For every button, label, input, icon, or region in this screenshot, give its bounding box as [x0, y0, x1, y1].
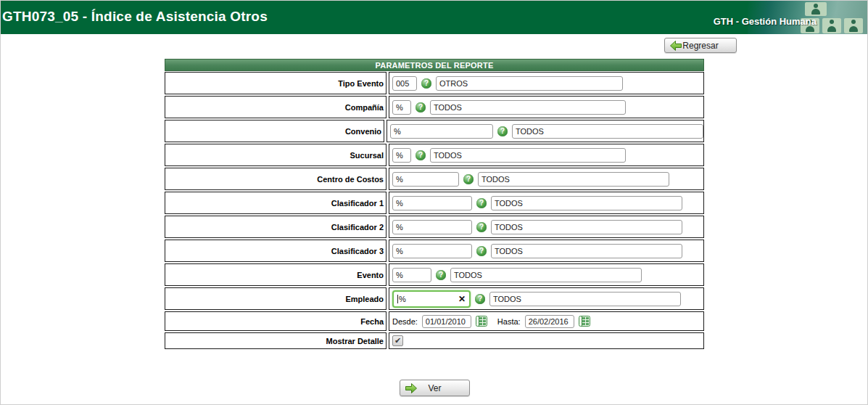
clasificador3-desc-input[interactable]	[491, 244, 682, 258]
app-window: GTH073_05 - Índice de Asistencia Otros G…	[0, 0, 868, 405]
evento-label: Evento	[165, 263, 387, 286]
convenio-fields	[387, 120, 704, 142]
regresar-button[interactable]: Regresar	[664, 38, 737, 53]
row-tipo-evento: Tipo Evento	[165, 72, 704, 94]
convenio-desc-input[interactable]	[512, 124, 703, 139]
help-icon[interactable]	[476, 222, 487, 232]
row-convenio: Convenio	[165, 120, 704, 142]
header-bar: GTH073_05 - Índice de Asistencia Otros G…	[1, 1, 867, 34]
help-icon[interactable]	[463, 174, 474, 184]
sucursal-desc-input[interactable]	[430, 148, 626, 163]
ver-label: Ver	[428, 383, 441, 393]
clasificador2-fields	[389, 216, 704, 238]
hasta-label: Hasta:	[497, 317, 521, 326]
sucursal-code-input[interactable]	[392, 148, 411, 163]
row-sucursal: Sucursal	[165, 144, 704, 166]
desde-label: Desde:	[392, 317, 418, 326]
help-icon[interactable]	[436, 270, 446, 280]
sucursal-label: Sucursal	[165, 144, 387, 166]
evento-fields	[389, 263, 704, 286]
compania-label: Compañía	[165, 96, 387, 118]
row-clasificador-1: Clasificador 1	[165, 192, 704, 214]
tipo-evento-label: Tipo Evento	[165, 72, 387, 94]
convenio-code-input[interactable]	[390, 124, 493, 139]
brand-label: GTH - Gestión Humana	[714, 16, 817, 27]
person-icon	[844, 18, 863, 33]
person-icon	[822, 18, 841, 33]
row-empleado: Empleado %	[165, 287, 704, 310]
help-icon[interactable]	[476, 246, 487, 256]
clasificador1-code-input[interactable]	[392, 196, 472, 210]
sucursal-fields	[389, 144, 704, 166]
mostrar-detalle-label: Mostrar Detalle	[165, 332, 387, 349]
fecha-label: Fecha	[165, 311, 387, 331]
clear-icon[interactable]	[458, 295, 466, 303]
calendar-icon[interactable]	[579, 316, 590, 327]
fecha-fields: Desde: Hasta:	[389, 311, 704, 331]
evento-code-input[interactable]	[392, 268, 431, 282]
clasificador2-code-input[interactable]	[392, 220, 472, 234]
help-icon[interactable]	[475, 294, 485, 304]
mostrar-detalle-checkbox[interactable]	[392, 335, 403, 346]
page-title: GTH073_05 - Índice de Asistencia Otros	[2, 9, 268, 25]
clasificador1-label: Clasificador 1	[165, 192, 387, 214]
clasificador3-code-input[interactable]	[392, 244, 472, 258]
regresar-label: Regresar	[682, 41, 718, 51]
help-icon[interactable]	[497, 126, 508, 136]
row-fecha: Fecha Desde: Hasta:	[165, 311, 704, 331]
clasificador2-label: Clasificador 2	[165, 216, 387, 238]
centro-costos-desc-input[interactable]	[478, 172, 669, 187]
arrow-left-icon	[670, 41, 682, 51]
row-clasificador-3: Clasificador 3	[165, 240, 704, 262]
clasificador1-fields	[389, 192, 704, 214]
centro-costos-fields	[389, 168, 704, 190]
compania-code-input[interactable]	[392, 100, 411, 115]
fecha-hasta-input[interactable]	[525, 315, 574, 328]
help-icon[interactable]	[416, 150, 426, 160]
help-icon[interactable]	[416, 102, 426, 112]
row-mostrar-detalle: Mostrar Detalle	[165, 332, 704, 349]
clasificador1-desc-input[interactable]	[491, 196, 682, 210]
empleado-code-input[interactable]: %	[392, 290, 471, 308]
help-icon[interactable]	[421, 78, 431, 89]
report-parameters-table: PARAMETROS DEL REPORTE Tipo Evento Compa…	[165, 59, 704, 351]
fecha-desde-input[interactable]	[422, 315, 471, 328]
clasificador3-fields	[389, 240, 704, 262]
tipo-evento-fields	[389, 72, 704, 94]
evento-desc-input[interactable]	[450, 268, 642, 282]
empleado-label: Empleado	[165, 287, 387, 310]
clasificador3-label: Clasificador 3	[165, 240, 387, 262]
mostrar-detalle-fields	[389, 332, 704, 349]
row-centro-de-costos: Centro de Costos	[165, 168, 704, 190]
empleado-desc-input[interactable]	[489, 292, 681, 306]
empleado-fields: %	[389, 287, 704, 310]
convenio-label: Convenio	[165, 120, 384, 142]
table-title: PARAMETROS DEL REPORTE	[165, 59, 704, 71]
text-caret	[397, 295, 398, 303]
row-clasificador-2: Clasificador 2	[165, 216, 704, 238]
help-icon[interactable]	[476, 198, 487, 208]
compania-desc-input[interactable]	[430, 100, 626, 115]
centro-costos-code-input[interactable]	[392, 172, 459, 187]
row-evento: Evento	[165, 263, 704, 286]
ver-button[interactable]: Ver	[400, 380, 470, 396]
calendar-icon[interactable]	[476, 316, 487, 327]
centro-costos-label: Centro de Costos	[165, 168, 387, 190]
tipo-evento-desc-input[interactable]	[436, 76, 623, 91]
arrow-right-icon	[405, 383, 417, 393]
compania-fields	[389, 96, 704, 118]
clasificador2-desc-input[interactable]	[491, 220, 682, 234]
empleado-code-value: %	[399, 295, 406, 303]
tipo-evento-code-input[interactable]	[392, 76, 417, 91]
row-compania: Compañía	[165, 96, 704, 118]
person-icon	[805, 2, 827, 16]
